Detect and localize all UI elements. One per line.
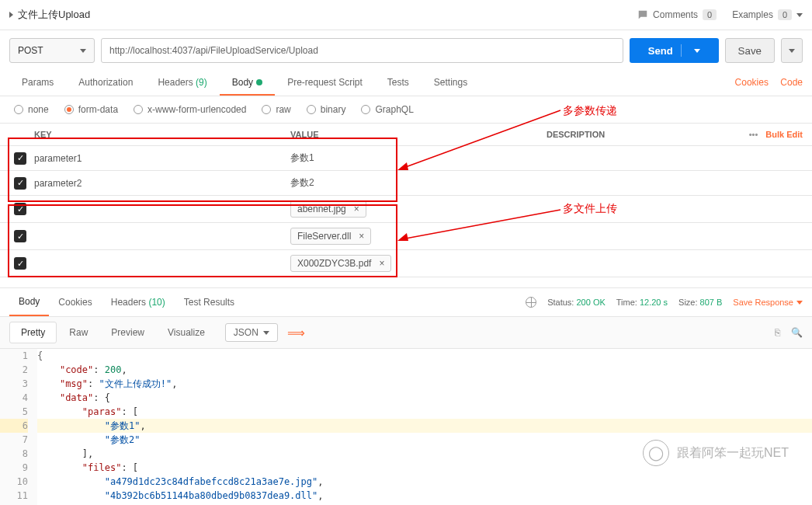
tab-body[interactable]: Body <box>220 71 275 96</box>
column-options[interactable]: ••• <box>749 130 758 139</box>
modified-dot-icon <box>256 79 262 85</box>
comments-button[interactable]: Comments 0 <box>637 9 717 20</box>
collapse-icon[interactable] <box>9 12 13 18</box>
size-value: 807 B <box>700 298 723 307</box>
tab-prerequest[interactable]: Pre-request Script <box>275 71 375 96</box>
save-response-button[interactable]: Save Response <box>733 298 803 307</box>
file-chip[interactable]: X000ZDYC3B.pdf× <box>290 255 391 272</box>
viewer-raw[interactable]: Raw <box>58 322 99 343</box>
value-cell[interactable]: 参数1 <box>290 147 547 169</box>
table-row: FileServer.dll× <box>0 223 812 250</box>
radio-none[interactable]: none <box>14 104 49 115</box>
url-input[interactable]: http://localhost:4037/api/FileUploadServ… <box>101 38 623 63</box>
row-checkbox[interactable] <box>14 152 26 165</box>
comment-icon <box>637 9 648 20</box>
code-link[interactable]: Code <box>780 77 803 88</box>
viewer-pretty[interactable]: Pretty <box>9 322 57 343</box>
remove-file-icon[interactable]: × <box>359 231 364 242</box>
search-icon[interactable]: 🔍 <box>791 327 803 338</box>
response-tab-body[interactable]: Body <box>9 288 49 316</box>
value-cell[interactable]: 参数2 <box>290 172 547 194</box>
row-checkbox[interactable] <box>14 203 26 215</box>
key-cell[interactable] <box>34 204 290 214</box>
tab-authorization[interactable]: Authorization <box>66 71 145 96</box>
request-tabs: Params Authorization Headers (9) Body Pr… <box>0 71 812 96</box>
radio-formdata[interactable]: form-data <box>64 104 118 115</box>
table-row: abennet.jpg× <box>0 196 812 223</box>
request-header: 文件上传Upload Comments 0 Examples 0 <box>0 0 812 30</box>
body-type-selector: none form-data x-www-form-urlencoded raw… <box>0 96 812 124</box>
wechat-icon: ◯ <box>643 440 669 466</box>
watermark: ◯ 跟着阿笨一起玩NET <box>643 440 789 466</box>
examples-button[interactable]: Examples 0 <box>732 9 803 20</box>
tab-settings[interactable]: Settings <box>422 71 480 96</box>
response-tab-cookies[interactable]: Cookies <box>49 289 101 315</box>
response-body[interactable]: 123456789101112 { "code": 200, "msg": "文… <box>0 349 812 505</box>
chevron-down-icon <box>796 13 803 17</box>
key-cell[interactable]: parameter1 <box>34 148 290 169</box>
time-value: 12.20 s <box>640 298 668 307</box>
file-chip[interactable]: abennet.jpg× <box>290 200 366 218</box>
status-value: 200 OK <box>576 298 605 307</box>
save-dropdown[interactable] <box>781 38 803 63</box>
send-button[interactable]: Send <box>630 38 719 63</box>
chevron-down-icon <box>80 49 86 53</box>
response-tab-test-results[interactable]: Test Results <box>175 289 244 315</box>
copy-icon[interactable]: ⎘ <box>775 327 780 338</box>
viewer-visualize[interactable]: Visualize <box>157 322 216 343</box>
wrap-icon[interactable]: ⟹ <box>287 326 305 340</box>
annotation-text: 多文件上传 <box>563 202 617 216</box>
column-key: KEY <box>34 130 290 139</box>
table-row: X000ZDYC3B.pdf× <box>0 250 812 277</box>
row-checkbox[interactable] <box>14 177 26 190</box>
response-tab-headers[interactable]: Headers (10) <box>102 289 175 315</box>
globe-icon[interactable] <box>526 297 536 308</box>
radio-raw[interactable]: raw <box>262 104 290 115</box>
request-title: 文件上传Upload <box>18 8 90 22</box>
formdata-table-header: KEY VALUE DESCRIPTION •••Bulk Edit <box>0 124 812 146</box>
key-cell[interactable] <box>34 232 290 241</box>
request-builder: POST http://localhost:4037/api/FileUploa… <box>0 30 812 71</box>
tab-params[interactable]: Params <box>9 71 66 96</box>
save-button[interactable]: Save <box>725 38 775 63</box>
tab-tests[interactable]: Tests <box>375 71 422 96</box>
table-row: parameter2 参数2 <box>0 171 812 196</box>
viewer-preview[interactable]: Preview <box>100 322 155 343</box>
file-chip[interactable]: FileServer.dll× <box>290 228 371 245</box>
chevron-down-icon <box>694 49 700 53</box>
remove-file-icon[interactable]: × <box>354 204 359 214</box>
radio-binary[interactable]: binary <box>307 104 346 115</box>
format-select[interactable]: JSON <box>225 323 278 342</box>
key-cell[interactable]: parameter2 <box>34 173 290 193</box>
radio-urlencoded[interactable]: x-www-form-urlencoded <box>134 104 246 115</box>
bulk-edit-link[interactable]: Bulk Edit <box>765 130 803 139</box>
line-gutter: 123456789101112 <box>0 349 37 505</box>
row-checkbox[interactable] <box>14 230 26 242</box>
remove-file-icon[interactable]: × <box>379 258 384 269</box>
tab-headers[interactable]: Headers (9) <box>145 71 219 96</box>
response-viewer-bar: Pretty Raw Preview Visualize JSON ⟹ ⎘ 🔍 <box>0 317 812 349</box>
column-value: VALUE <box>290 130 547 139</box>
column-description: DESCRIPTION •••Bulk Edit <box>547 130 812 139</box>
key-cell[interactable] <box>34 259 290 268</box>
cookies-link[interactable]: Cookies <box>735 77 769 88</box>
row-checkbox[interactable] <box>14 257 26 270</box>
radio-graphql[interactable]: GraphQL <box>361 104 413 115</box>
response-header: Body Cookies Headers (10) Test Results S… <box>0 288 812 317</box>
table-row: parameter1 参数1 <box>0 146 812 171</box>
annotation-text: 多参数传递 <box>563 104 617 118</box>
method-select[interactable]: POST <box>9 38 95 63</box>
